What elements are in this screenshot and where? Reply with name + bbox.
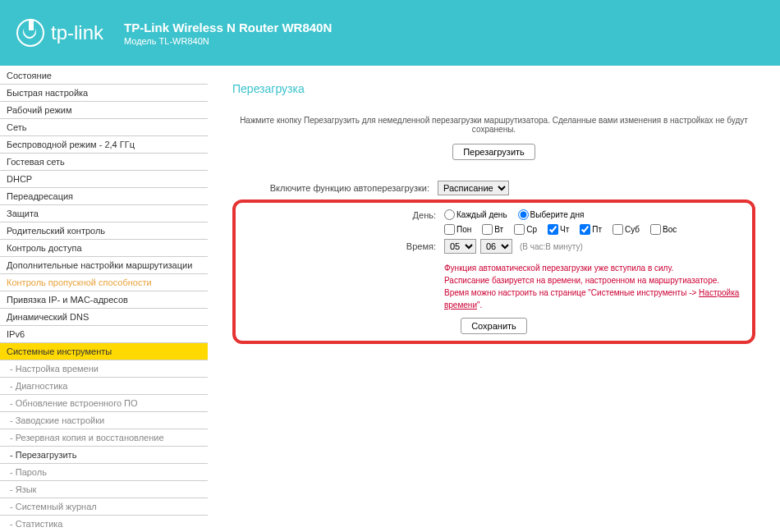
brand-text: tp-link (51, 21, 103, 44)
sidebar-item-language[interactable]: - Язык (0, 481, 208, 498)
day-fri-checkbox[interactable] (580, 224, 590, 235)
day-fri-label: Пт (592, 225, 602, 234)
time-label: Время: (239, 241, 444, 251)
sidebar-item-reboot[interactable]: - Перезагрузить (0, 447, 208, 464)
sidebar-item-bandwidth[interactable]: Контроль пропускной способности (0, 274, 208, 291)
sidebar-item-password[interactable]: - Пароль (0, 464, 208, 481)
day-wed-checkbox[interactable] (514, 224, 525, 235)
schedule-box: День: Каждый день Выберите дня Пон Вт Ср… (232, 200, 755, 344)
sidebar-item-forwarding[interactable]: Переадресация (0, 188, 208, 205)
sidebar-item-guest[interactable]: Гостевая сеть (0, 154, 208, 171)
day-sun-checkbox[interactable] (650, 224, 661, 235)
sidebar-item-time[interactable]: - Настройка времени (0, 360, 208, 378)
sidebar-item-quick-setup[interactable]: Быстрая настройка (0, 85, 208, 102)
notice-line1: Функция автоматической перезагрузки уже … (444, 262, 749, 274)
logo-icon (16, 19, 44, 47)
sidebar-item-network[interactable]: Сеть (0, 119, 208, 136)
logo: tp-link (16, 19, 103, 47)
day-tue-label: Вт (494, 225, 503, 234)
sidebar-item-syslog[interactable]: - Системный журнал (0, 498, 208, 516)
day-sun-label: Вос (663, 225, 677, 234)
sidebar-item-dhcp[interactable]: DHCP (0, 171, 208, 188)
sidebar-item-access[interactable]: Контроль доступа (0, 240, 208, 257)
day-thu-label: Чт (560, 225, 569, 234)
router-model: Модель TL-WR840N (124, 36, 332, 46)
notice-line3: Время можно настроить на странице "Систе… (444, 287, 749, 311)
sidebar-item-working-mode[interactable]: Рабочий режим (0, 102, 208, 119)
day-mode-select-label: Выберите дня (530, 210, 585, 219)
sidebar: Состояние Быстрая настройка Рабочий режи… (0, 66, 208, 532)
day-wed-label: Ср (526, 225, 537, 234)
sidebar-item-firmware[interactable]: - Обновление встроенного ПО (0, 395, 208, 412)
sidebar-item-wireless[interactable]: Беспроводной режим - 2,4 ГГц (0, 136, 208, 154)
day-sat-label: Суб (625, 225, 640, 234)
page-title: Перезагрузка (232, 82, 755, 95)
day-mon-label: Пон (457, 225, 471, 234)
day-mon-checkbox[interactable] (444, 224, 455, 235)
content: Перезагрузка Нажмите кнопку Перезагрузит… (208, 66, 780, 532)
day-mode-select-radio[interactable] (518, 209, 529, 220)
sidebar-item-ip-mac[interactable]: Привязка IP- и MAC-адресов (0, 291, 208, 309)
info-text: Нажмите кнопку Перезагрузить для немедле… (232, 116, 755, 134)
time-hint: (В час:В минуту) (520, 242, 583, 251)
sidebar-item-stats[interactable]: - Статистика (0, 516, 208, 532)
reboot-button[interactable]: Перезагрузить (452, 144, 535, 160)
sidebar-item-security[interactable]: Защита (0, 205, 208, 222)
notice-line2: Расписание базируется на времени, настро… (444, 274, 749, 287)
day-thu-checkbox[interactable] (548, 224, 558, 235)
sidebar-item-ipv6[interactable]: IPv6 (0, 326, 208, 343)
router-title: TP-Link Wireless N Router WR840N (124, 21, 332, 34)
time-hour-select[interactable]: 05 (444, 239, 476, 254)
sidebar-item-status[interactable]: Состояние (0, 67, 208, 85)
day-mode-everyday-label: Каждый день (457, 210, 507, 219)
day-sat-checkbox[interactable] (613, 224, 623, 235)
sidebar-item-system-tools[interactable]: Системные инструменты (0, 343, 208, 360)
day-tue-checkbox[interactable] (482, 224, 493, 235)
notice-block: Функция автоматической перезагрузки уже … (444, 262, 749, 311)
sidebar-item-backup[interactable]: - Резервная копия и восстановление (0, 429, 208, 447)
time-min-select[interactable]: 06 (480, 239, 512, 254)
save-button[interactable]: Сохранить (461, 318, 527, 334)
sidebar-item-factory[interactable]: - Заводские настройки (0, 412, 208, 429)
sidebar-item-parental[interactable]: Родительский контроль (0, 222, 208, 240)
sidebar-item-diagnostics[interactable]: - Диагностика (0, 378, 208, 395)
sidebar-item-ddns[interactable]: Динамический DNS (0, 309, 208, 326)
autoreboot-label: Включите функцию автоперезагрузки: (232, 183, 438, 193)
header: tp-link TP-Link Wireless N Router WR840N… (0, 0, 780, 66)
title-block: TP-Link Wireless N Router WR840N Модель … (124, 21, 332, 46)
autoreboot-select[interactable]: Расписание (438, 181, 509, 195)
day-label: День: (239, 210, 444, 220)
sidebar-item-routing[interactable]: Дополнительные настройки маршрутизации (0, 257, 208, 274)
day-mode-everyday-radio[interactable] (444, 209, 455, 220)
